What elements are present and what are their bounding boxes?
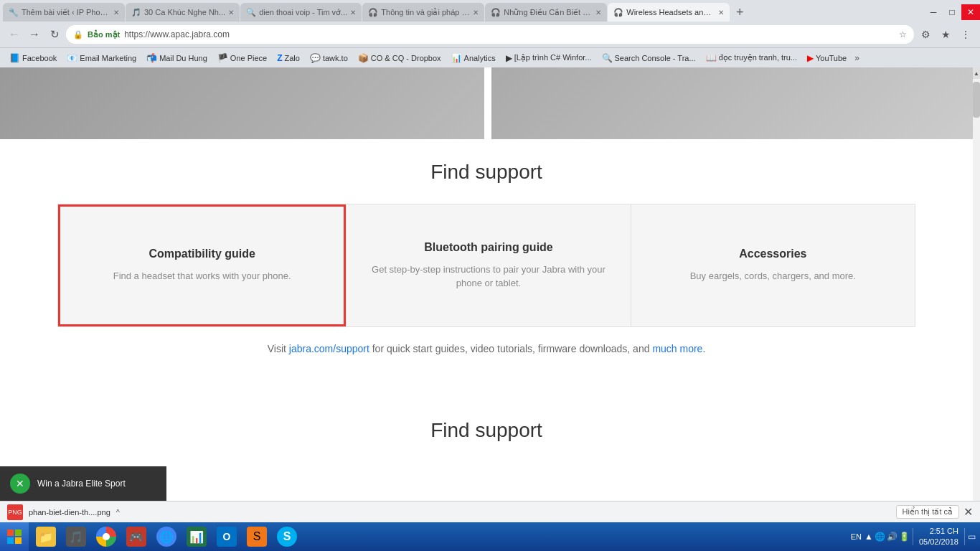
notification-close-btn[interactable]: ✕ xyxy=(10,474,30,494)
scrollbar-track[interactable]: ▲ ▼ xyxy=(973,67,980,522)
bookmark-mail-du-hung[interactable]: 📬 Mail Du Hung xyxy=(141,52,212,65)
support-link-paragraph: Visit jabra.com/support for quick start … xyxy=(57,343,915,354)
bookmark-zalo[interactable]: Z Zalo xyxy=(272,52,305,65)
window-close-button[interactable]: ✕ xyxy=(961,4,980,20)
page-content: Find support Compatibility guide Find a … xyxy=(0,67,973,522)
browser-tab-4[interactable]: 🎧 Thông tin và giải pháp d... ✕ xyxy=(362,3,484,22)
address-box[interactable]: 🔒 Bảo mật https://www.apac.jabra.com ☆ xyxy=(66,25,914,44)
taskbar-app-skype[interactable]: S xyxy=(273,522,301,551)
tab-title-1: Thêm bài viết ‹ IP Phone... xyxy=(22,8,110,17)
taskbar: 📁 🎵 🎮 🌐 📊 O S xyxy=(0,522,980,551)
taskbar-app-office[interactable]: 📊 xyxy=(182,522,211,551)
scrollbar-thumb[interactable] xyxy=(973,82,980,118)
tab-favicon-2: 🎵 xyxy=(131,8,141,17)
compatibility-guide-card[interactable]: Compatibility guide Find a headset that … xyxy=(58,204,346,326)
outlook-icon: O xyxy=(217,527,237,547)
bookmark-email-marketing[interactable]: 📧 Email Marketing xyxy=(62,52,141,65)
bookmark-search-console-label: Search Console - Tra... xyxy=(615,54,696,62)
window-maximize-button[interactable]: □ xyxy=(943,4,961,20)
accessories-title: Accessories xyxy=(739,248,806,260)
bookmark-facebook[interactable]: 📘 Facebook xyxy=(4,52,62,65)
browser-tab-1[interactable]: 🔧 Thêm bài viết ‹ IP Phone... ✕ xyxy=(3,3,125,22)
start-button[interactable] xyxy=(0,522,29,551)
tab-close-5[interactable]: ✕ xyxy=(595,9,601,17)
tab-title-6: Wireless Headsets and H... xyxy=(626,8,715,17)
browser-tab-3[interactable]: 🔍 dien thoai voip - Tim vớ... ✕ xyxy=(240,3,362,22)
svg-rect-2 xyxy=(7,537,14,544)
bookmark-analytics-icon: 📊 xyxy=(451,53,462,63)
bookmark-dropbox[interactable]: 📦 CO & CQ - Dropbox xyxy=(353,52,446,65)
bookmark-email-icon: 📧 xyxy=(67,53,77,63)
browser-tab-6-active[interactable]: 🎧 Wireless Headsets and H... ✕ xyxy=(608,3,730,22)
bluetooth-guide-card[interactable]: Bluetooth pairing guide Get step-by-step… xyxy=(346,204,631,326)
tab-close-6[interactable]: ✕ xyxy=(718,9,724,17)
tray-network-icon[interactable]: 🌐 xyxy=(875,532,885,542)
taskbar-apps: 📁 🎵 🎮 🌐 📊 O S xyxy=(29,522,304,551)
top-image-right xyxy=(491,67,973,139)
window-minimize-button[interactable]: ─ xyxy=(924,4,943,20)
bookmark-analytics[interactable]: 📊 Analytics xyxy=(446,52,501,65)
taskbar-app-chrome[interactable] xyxy=(92,522,121,551)
taskbar-app-browser2[interactable]: 🌐 xyxy=(152,522,181,551)
tray-battery-icon[interactable]: 🔋 xyxy=(899,532,910,542)
system-clock[interactable]: 2:51 CH 05/02/2018 xyxy=(916,526,961,548)
bookmark-button[interactable]: ★ xyxy=(937,26,954,43)
extensions-button[interactable]: ⚙ xyxy=(917,26,934,43)
bookmark-tawk[interactable]: 💬 tawk.to xyxy=(305,52,353,65)
bookmark-analytics-label: Analytics xyxy=(464,54,496,62)
bookmark-dropbox-label: CO & CQ - Dropbox xyxy=(371,54,441,62)
bookmark-csharp-icon: ▶ xyxy=(506,53,512,63)
back-button[interactable]: ← xyxy=(6,26,23,43)
bookmarks-more-button[interactable]: » xyxy=(852,52,862,65)
taskbar-app-outlook[interactable]: O xyxy=(212,522,241,551)
support-much-more-link[interactable]: much more. xyxy=(652,343,705,354)
language-indicator[interactable]: EN xyxy=(851,532,862,541)
tab-close-3[interactable]: ✕ xyxy=(350,9,356,17)
taskbar-app-media[interactable]: 🎵 xyxy=(62,522,90,551)
show-desktop-button[interactable]: ▭ xyxy=(968,532,976,542)
bookmark-csharp[interactable]: ▶ [Lập trình C# Winfor... xyxy=(501,52,597,65)
browser-tab-2[interactable]: 🎵 30 Ca Khúc Nghe Nh... ✕ xyxy=(126,3,240,22)
tab-title-3: dien thoai voip - Tim vớ... xyxy=(259,8,347,17)
tab-title-2: 30 Ca Khúc Nghe Nh... xyxy=(144,8,225,17)
tab-close-2[interactable]: ✕ xyxy=(228,9,234,17)
new-tab-button[interactable]: + xyxy=(730,3,749,22)
support-link[interactable]: jabra.com/support xyxy=(289,343,369,354)
taskbar-app-game[interactable]: 🎮 xyxy=(122,522,151,551)
compatibility-guide-title: Compatibility guide xyxy=(149,248,255,260)
menu-button[interactable]: ⋮ xyxy=(957,26,974,43)
support-text-before: Visit xyxy=(268,343,289,354)
tab-close-4[interactable]: ✕ xyxy=(473,9,479,17)
tab-favicon-4: 🎧 xyxy=(368,8,378,17)
browser-tab-5[interactable]: 🎧 Những Điều Cần Biết Ve... ✕ xyxy=(485,3,607,22)
bookmark-search-console[interactable]: 🔍 Search Console - Tra... xyxy=(597,52,701,65)
reload-button[interactable]: ↻ xyxy=(46,26,63,43)
bookmark-star-icon[interactable]: ☆ xyxy=(899,29,907,39)
win-notification-popup: ✕ Win a Jabra Elite Sport xyxy=(0,466,166,501)
show-all-downloads-button[interactable]: Hiển thị tất cả xyxy=(896,505,959,519)
download-expand-arrow[interactable]: ^ xyxy=(116,508,120,517)
taskbar-app-sublime[interactable]: S xyxy=(242,522,271,551)
bookmark-youtube[interactable]: ▶ YouTube xyxy=(802,52,852,65)
office-icon: 📊 xyxy=(187,527,207,547)
bluetooth-guide-title: Bluetooth pairing guide xyxy=(424,241,553,254)
bookmark-dropbox-icon: 📦 xyxy=(358,53,369,63)
scrollbar-arrow-up[interactable]: ▲ xyxy=(973,67,980,79)
bookmark-one-piece[interactable]: 🏴 One Piece xyxy=(212,52,272,65)
tray-divider2 xyxy=(964,528,965,545)
tray-speaker-icon[interactable]: 🔊 xyxy=(887,532,897,542)
download-bar-close-button[interactable]: ✕ xyxy=(963,505,973,519)
bookmark-mail-icon: 📬 xyxy=(146,53,157,63)
tab-close-1[interactable]: ✕ xyxy=(113,9,119,17)
taskbar-app-file-explorer[interactable]: 📁 xyxy=(32,522,60,551)
svg-rect-1 xyxy=(15,529,22,536)
spacer xyxy=(0,369,973,412)
forward-button[interactable]: → xyxy=(26,26,43,43)
bookmark-doc-truyen[interactable]: 📖 đọc truyện tranh, tru... xyxy=(701,52,802,65)
tab-favicon-3: 🔍 xyxy=(246,8,256,17)
bookmark-zalo-icon: Z xyxy=(277,53,282,63)
bookmark-doc-truyen-label: đọc truyện tranh, tru... xyxy=(719,53,797,62)
tab-favicon-5: 🎧 xyxy=(491,8,501,17)
accessories-card[interactable]: Accessories Buy eargels, cords, chargers… xyxy=(631,204,915,326)
tray-up-arrow-icon[interactable]: ▲ xyxy=(864,532,873,542)
